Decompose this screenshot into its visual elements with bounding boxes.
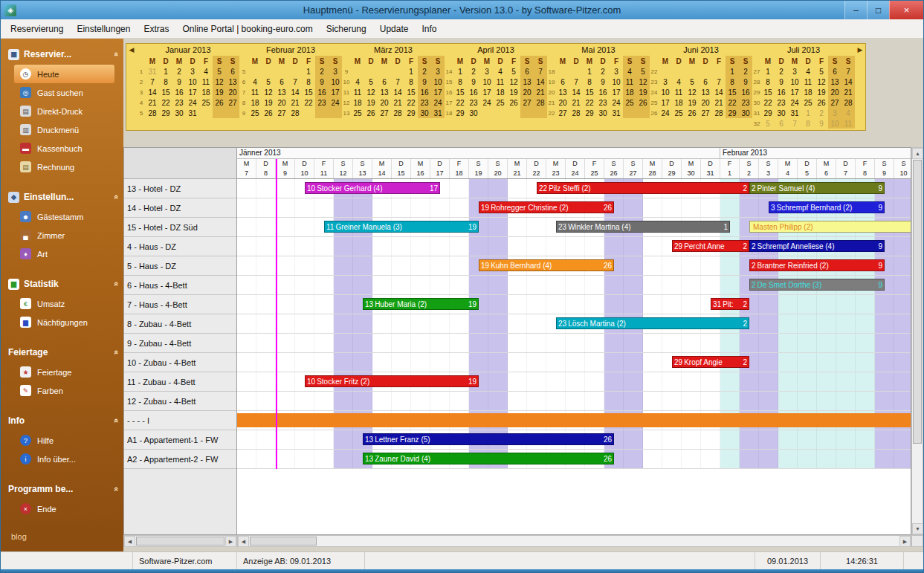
calendar-day[interactable]: 9 bbox=[172, 77, 186, 87]
vertical-scrollbar-track[interactable] bbox=[912, 159, 923, 523]
sidebar-item-hilfe[interactable]: ?Hilfe bbox=[1, 431, 123, 450]
calendar-day[interactable]: 9 bbox=[596, 77, 610, 87]
calendar-day[interactable]: 30 bbox=[172, 108, 186, 118]
calendar-day[interactable]: 3 bbox=[828, 108, 841, 118]
calendar-day[interactable]: 19 bbox=[364, 97, 378, 108]
calendar-day[interactable]: 6 bbox=[775, 118, 788, 129]
calendar-day[interactable]: 23 bbox=[775, 97, 788, 108]
sidebar-item-rechnung[interactable]: ▤Rechnung bbox=[1, 158, 123, 176]
calendar-day[interactable]: 10 bbox=[828, 118, 841, 129]
calendar-day[interactable]: 16 bbox=[596, 87, 610, 97]
calendar-day[interactable]: 18 bbox=[351, 97, 364, 108]
calendar-day[interactable]: 7 bbox=[788, 118, 801, 129]
gantt-day-header[interactable]: F1 bbox=[720, 159, 740, 178]
calendar-day[interactable]: 2 bbox=[418, 66, 431, 77]
calendar-day[interactable]: 2 bbox=[172, 66, 186, 77]
maximize-button[interactable]: □ bbox=[867, 1, 889, 19]
calendar-day[interactable]: 11 bbox=[494, 77, 507, 87]
sidebar-item-direkt-druck[interactable]: ▤Direkt-Druck bbox=[1, 102, 123, 120]
calendar-day[interactable]: 24 bbox=[480, 97, 494, 108]
vertical-scrollbar[interactable]: ▲ ▼ bbox=[911, 147, 923, 535]
calendar-day[interactable]: 12 bbox=[262, 87, 275, 97]
gantt-day-header[interactable]: M23 bbox=[546, 159, 566, 178]
calendar-day[interactable]: 25 bbox=[199, 97, 213, 108]
reservation-bar[interactable]: 23Lösch Martina (2)2 bbox=[556, 317, 749, 329]
calendar-day[interactable]: 27 bbox=[699, 108, 712, 118]
calendar-day[interactable]: 15 bbox=[726, 87, 739, 97]
calendar-day[interactable]: 12 bbox=[815, 77, 828, 87]
calendar-day[interactable]: 5 bbox=[364, 77, 378, 87]
calendar-day[interactable]: 7 bbox=[288, 77, 302, 87]
calendar-day[interactable]: 18 bbox=[248, 97, 262, 108]
calendar-day[interactable]: 5 bbox=[507, 66, 520, 77]
calendar-day[interactable]: 18 bbox=[199, 87, 213, 97]
calendar-day[interactable]: 4 bbox=[199, 66, 213, 77]
sidebar-item-farben[interactable]: ✎Farben bbox=[1, 381, 123, 400]
calendar-day[interactable]: 16 bbox=[739, 87, 752, 97]
calendar-day[interactable]: 3 bbox=[610, 66, 623, 77]
sidebar-footer-blog[interactable]: blog bbox=[11, 532, 27, 541]
sidebar-section-programm-be[interactable]: Programm be...« bbox=[5, 481, 119, 497]
calendar-day[interactable]: 23 bbox=[418, 97, 431, 108]
calendar-day[interactable]: 20 bbox=[699, 97, 712, 108]
calendar-day[interactable]: 14 bbox=[534, 77, 547, 87]
room-label-6-haus-4-bett[interactable]: 6 - Haus - 4-Bett bbox=[124, 276, 236, 295]
calendar-day[interactable]: 14 bbox=[391, 87, 404, 97]
grid-scrollbar-thumb[interactable] bbox=[250, 537, 317, 546]
room-label-14-hotel-dz[interactable]: 14 - Hotel - DZ bbox=[124, 198, 236, 218]
calendar-day[interactable]: 16 bbox=[467, 87, 480, 97]
calendar-day[interactable]: 9 bbox=[315, 77, 329, 87]
sidebar-item-art[interactable]: ♦Art bbox=[1, 245, 123, 263]
calendar-day[interactable]: 10 bbox=[329, 77, 342, 87]
sidebar-section-statistik[interactable]: ▆Statistik« bbox=[5, 276, 119, 292]
calendar-day[interactable]: 19 bbox=[636, 87, 650, 97]
calendar-day[interactable]: 16 bbox=[172, 87, 186, 97]
reservation-bar[interactable]: 2De Smet Dorthe (3)9 bbox=[749, 279, 885, 291]
calendar-day[interactable]: 17 bbox=[659, 97, 672, 108]
reservation-bar[interactable]: 23Winkler Martina (4)1 bbox=[556, 221, 730, 233]
calendar-day[interactable]: 26 bbox=[815, 97, 828, 108]
calendar-day[interactable]: 14 bbox=[569, 87, 583, 97]
gantt-day-header[interactable]: F18 bbox=[450, 159, 469, 178]
calendar-day[interactable]: 10 bbox=[480, 77, 494, 87]
calendar-day[interactable]: 25 bbox=[494, 97, 507, 108]
menu-item-reservierung[interactable]: Reservierung bbox=[4, 21, 70, 37]
calendar-day[interactable]: 11 bbox=[199, 77, 213, 87]
calendar-day[interactable]: 31 bbox=[610, 108, 623, 118]
reservation-bar[interactable]: 29Kropf Angie2 bbox=[672, 356, 749, 368]
calendar-day[interactable]: 28 bbox=[534, 97, 547, 108]
gantt-day-header[interactable]: F25 bbox=[585, 159, 604, 178]
calendar-day[interactable]: 30 bbox=[739, 108, 752, 118]
reservation-bar[interactable]: 31Pit:2 bbox=[711, 298, 749, 310]
calendar-day[interactable]: 22 bbox=[453, 97, 467, 108]
gantt-row[interactable]: 19Rohregger Christine (2)263Schrempf Ber… bbox=[237, 198, 911, 218]
gantt-day-header[interactable]: M6 bbox=[817, 159, 836, 178]
gantt-row[interactable] bbox=[237, 411, 911, 430]
scroll-up-icon[interactable]: ▲ bbox=[912, 148, 923, 159]
calendar-day[interactable]: 7 bbox=[569, 77, 583, 87]
reservation-bar[interactable]: 11Greiner Manuela (3)19 bbox=[324, 221, 479, 233]
calendar-day[interactable]: 12 bbox=[636, 77, 650, 87]
menu-item-extras[interactable]: Extras bbox=[137, 21, 175, 37]
calendar-day[interactable]: 4 bbox=[672, 77, 685, 87]
room-label-15-hotel-dz-sud[interactable]: 15 - Hotel - DZ Süd bbox=[124, 218, 236, 237]
menu-item-update[interactable]: Update bbox=[373, 21, 416, 37]
calendar-day[interactable]: 25 bbox=[248, 108, 262, 118]
gantt-day-header[interactable]: S10 bbox=[894, 159, 911, 178]
sidebar-item-ende[interactable]: ×Ende bbox=[1, 499, 123, 518]
room-scrollbar-thumb[interactable] bbox=[136, 537, 224, 546]
reservation-bar[interactable]: 2Pinter Samuel (4)9 bbox=[749, 182, 885, 194]
calendar-day[interactable]: 5 bbox=[761, 118, 775, 129]
calendar-day[interactable]: 22 bbox=[761, 97, 775, 108]
gantt-day-header[interactable]: D15 bbox=[392, 159, 411, 178]
calendar-day[interactable]: 21 bbox=[569, 97, 583, 108]
calendar-day[interactable]: 8 bbox=[404, 77, 418, 87]
calendar-day[interactable]: 24 bbox=[610, 97, 623, 108]
calendar-day[interactable]: 29 bbox=[453, 108, 467, 118]
calendar-day[interactable]: 20 bbox=[828, 87, 841, 97]
gantt-day-header[interactable]: D7 bbox=[836, 159, 856, 178]
sidebar-item-gast-suchen[interactable]: ◎Gast suchen bbox=[1, 83, 123, 102]
calendar-day[interactable]: 29 bbox=[159, 108, 172, 118]
calendar-day[interactable]: 26 bbox=[364, 108, 378, 118]
calendar-day[interactable]: 24 bbox=[431, 97, 445, 108]
